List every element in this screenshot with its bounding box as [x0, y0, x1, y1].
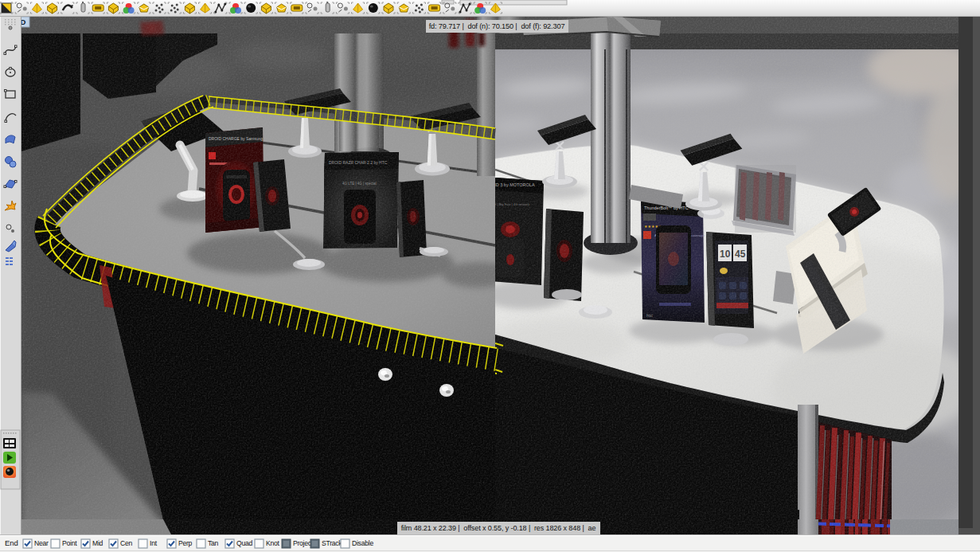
svg-text:Point: Point [62, 539, 77, 547]
svg-text:Mid: Mid [92, 539, 103, 547]
svg-text:fd: 79.717 | dof (n): 70.150: fd: 79.717 | dof (n): 70.150 | dof (f): … [429, 22, 565, 30]
svg-text:Quad: Quad [236, 539, 252, 547]
svg-text:Int: Int [150, 539, 158, 547]
svg-text:STrack: STrack [322, 539, 342, 547]
svg-text:Tan: Tan [208, 539, 219, 547]
svg-text:Disable: Disable [352, 539, 373, 547]
svg-text:End: End [5, 538, 18, 547]
svg-text:film 48.21 x 22.39 | offset x: film 48.21 x 22.39 | offset x 0.55, y -0… [401, 524, 596, 532]
svg-text:Near: Near [34, 539, 49, 547]
svg-text:Knot: Knot [266, 539, 280, 547]
svg-text:Perp: Perp [178, 539, 193, 547]
svg-text:Cen: Cen [120, 539, 132, 547]
